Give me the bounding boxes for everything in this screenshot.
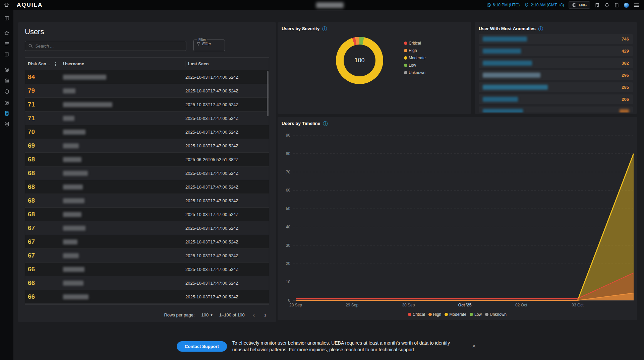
filter-legend-label: Filter bbox=[197, 38, 207, 42]
legend-item[interactable]: High bbox=[404, 48, 426, 53]
anomaly-row[interactable]: 296 bbox=[479, 70, 633, 80]
timeline-legend: CriticalHighModerateLowUnknown bbox=[278, 312, 637, 317]
contact-support-button[interactable]: Contact Support bbox=[177, 341, 227, 352]
users-table-row[interactable]: 672025-10-03T17:47:00.524Z bbox=[25, 249, 269, 263]
apps-sphere-icon[interactable] bbox=[624, 3, 629, 8]
caret-down-icon: ▾ bbox=[211, 313, 213, 317]
prev-page-button[interactable]: ‹ bbox=[251, 311, 256, 318]
clock-icon bbox=[486, 3, 491, 7]
users-table-row[interactable]: 792025-10-03T17:47:00.524Z bbox=[25, 84, 269, 98]
last-seen: 2025-06-26T05:52:51.382Z bbox=[185, 157, 238, 162]
users-table-row[interactable]: 682025-10-03T17:47:00.524Z bbox=[25, 194, 269, 208]
legend-item[interactable]: Moderate bbox=[445, 312, 466, 317]
last-seen: 2025-10-03T17:47:00.524Z bbox=[185, 116, 238, 121]
notifications-bell-icon[interactable] bbox=[604, 3, 609, 8]
redacted-username bbox=[63, 226, 85, 231]
redacted-username bbox=[63, 75, 106, 80]
redacted-count bbox=[620, 109, 629, 113]
docs-book-icon[interactable] bbox=[614, 3, 619, 8]
timeline-panel-title: Users by Timeline bbox=[282, 121, 320, 126]
legend-item[interactable]: High bbox=[428, 312, 442, 317]
severity-legend: CriticalHighModerateLowUnknown bbox=[404, 41, 426, 75]
last-seen: 2025-10-03T17:47:00.524Z bbox=[185, 143, 238, 148]
anomaly-row[interactable]: 285 bbox=[479, 82, 633, 92]
sidebar-list-icon[interactable] bbox=[0, 41, 13, 47]
y-axis-tick: 30 bbox=[286, 243, 291, 248]
info-icon[interactable]: ⓘ bbox=[323, 121, 328, 126]
legend-label: Low bbox=[474, 312, 482, 317]
next-page-button[interactable]: › bbox=[263, 311, 268, 318]
users-table-row[interactable]: 692025-10-03T17:47:00.524Z bbox=[25, 139, 269, 153]
anomaly-row[interactable]: 206 bbox=[479, 94, 633, 104]
filter-button-label: Filter bbox=[202, 42, 211, 46]
risk-score: 68 bbox=[25, 183, 60, 191]
sidebar-compass-icon[interactable] bbox=[0, 100, 13, 106]
organization-building-icon[interactable] bbox=[595, 3, 600, 8]
column-header-last-seen[interactable]: Last Seen bbox=[185, 61, 209, 66]
legend-item[interactable]: Unknown bbox=[485, 312, 507, 317]
table-scrollbar[interactable] bbox=[267, 71, 269, 116]
redacted-username bbox=[63, 212, 81, 217]
users-table-row[interactable]: 662025-10-03T17:47:00.524Z bbox=[25, 290, 269, 304]
support-banner: Contact Support To effectively monitor u… bbox=[177, 340, 476, 353]
users-table-row[interactable]: 682025-10-03T17:47:00.524Z bbox=[25, 180, 269, 194]
column-header-username[interactable]: Username bbox=[60, 61, 185, 66]
sidebar-panel-toggle-icon[interactable] bbox=[0, 15, 13, 21]
risk-score: 70 bbox=[25, 128, 60, 136]
legend-label: High bbox=[433, 312, 442, 317]
users-table-row[interactable]: 662025-10-03T17:47:00.524Z bbox=[25, 276, 269, 290]
legend-item[interactable]: Moderate bbox=[404, 56, 426, 60]
home-icon[interactable] bbox=[4, 2, 9, 8]
legend-label: Moderate bbox=[409, 56, 426, 60]
sidebar-bank-icon[interactable] bbox=[0, 78, 13, 83]
column-menu-kebab-icon[interactable]: ⋮ bbox=[53, 61, 58, 67]
column-header-risk-score[interactable]: Risk Sco... ⋮ bbox=[25, 61, 60, 67]
users-table-row[interactable]: 672025-10-03T17:47:00.524Z bbox=[25, 221, 269, 235]
username-cell bbox=[60, 239, 185, 244]
sidebar-columns-layout-icon[interactable] bbox=[0, 52, 13, 57]
anomaly-count: 285 bbox=[622, 85, 629, 90]
anomaly-row[interactable] bbox=[479, 106, 633, 113]
sidebar-lifebuoy-icon[interactable] bbox=[0, 67, 13, 73]
severity-donut: 100 bbox=[336, 37, 383, 84]
last-seen: 2025-10-03T17:47:00.524Z bbox=[185, 212, 238, 217]
users-table-row[interactable]: 682025-10-03T17:47:00.524Z bbox=[25, 166, 269, 180]
filter-button[interactable]: Filter bbox=[196, 42, 211, 46]
redacted-username bbox=[63, 102, 112, 107]
anomaly-row[interactable]: 746 bbox=[479, 34, 633, 44]
language-selector[interactable]: ENG bbox=[569, 1, 590, 9]
legend-item[interactable]: Low bbox=[404, 63, 426, 68]
users-table-row[interactable]: 712025-10-03T17:47:00.524Z bbox=[25, 112, 269, 125]
anomalies-panel-header: User With Most Anomalies ⓘ bbox=[479, 26, 543, 31]
sidebar-favorites-star-icon[interactable] bbox=[0, 30, 13, 36]
info-icon[interactable]: ⓘ bbox=[322, 26, 327, 31]
info-icon[interactable]: ⓘ bbox=[538, 26, 543, 31]
y-axis-tick: 50 bbox=[286, 206, 291, 211]
legend-item[interactable]: Critical bbox=[404, 41, 426, 46]
users-table-row[interactable]: 672025-10-03T17:47:00.524Z bbox=[25, 235, 269, 249]
sidebar-ueba-badge-icon[interactable] bbox=[0, 111, 13, 116]
anomaly-count: 206 bbox=[622, 97, 629, 102]
rows-per-page-select[interactable]: 100 ▾ bbox=[201, 312, 213, 317]
anomalies-panel: User With Most Anomalies ⓘ 7464293822962… bbox=[475, 22, 637, 114]
users-table-row[interactable]: 712025-10-03T17:47:00.524Z bbox=[25, 98, 269, 112]
redacted-username bbox=[63, 143, 79, 148]
users-table-row[interactable]: 682025-10-03T17:47:00.524Z bbox=[25, 208, 269, 221]
anomaly-row[interactable]: 429 bbox=[479, 46, 633, 56]
risk-score: 68 bbox=[25, 169, 60, 177]
anomaly-row[interactable]: 382 bbox=[479, 58, 633, 68]
sidebar-database-icon[interactable] bbox=[0, 121, 13, 127]
users-table-row[interactable]: 682025-06-26T05:52:51.382Z bbox=[25, 153, 269, 166]
legend-item[interactable]: Critical bbox=[408, 312, 425, 317]
y-axis-tick: 40 bbox=[286, 225, 291, 229]
users-table-row[interactable]: 662025-10-03T17:47:00.524Z bbox=[25, 263, 269, 276]
menu-hamburger-icon[interactable] bbox=[634, 2, 639, 8]
last-seen: 2025-10-03T17:47:00.524Z bbox=[185, 130, 238, 135]
search-input[interactable] bbox=[35, 44, 183, 49]
sidebar-shield-icon[interactable] bbox=[0, 89, 13, 94]
close-icon[interactable]: × bbox=[472, 343, 476, 350]
users-table-row[interactable]: 702025-10-03T17:47:00.524Z bbox=[25, 125, 269, 139]
legend-item[interactable]: Low bbox=[470, 312, 482, 317]
legend-item[interactable]: Unknown bbox=[404, 70, 426, 75]
users-table-row[interactable]: 842025-10-03T17:47:00.524Z bbox=[25, 70, 269, 84]
